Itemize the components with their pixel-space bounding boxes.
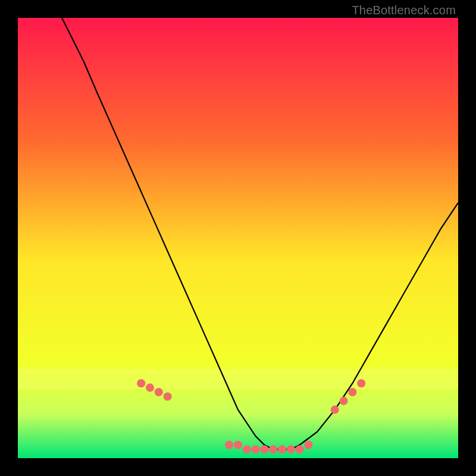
highlight-dot [225,441,233,449]
watermark-text: TheBottleneck.com [352,4,456,17]
highlight-dot [137,379,145,387]
chart-frame [18,18,458,458]
highlight-band [18,369,458,389]
highlight-dot [296,445,304,453]
highlight-dot [304,441,312,449]
highlight-dot [260,445,268,453]
highlight-dot [155,388,163,396]
highlight-dot [348,388,356,396]
highlight-dot [269,445,277,453]
highlight-dot [164,392,172,400]
highlight-dot [331,406,339,414]
highlight-dot [146,384,154,392]
highlight-dot [252,445,260,453]
highlight-dot [357,379,365,387]
highlight-dot [243,445,251,453]
bottleneck-chart [18,18,458,458]
highlight-dot [234,441,242,449]
gradient-background [18,18,458,458]
highlight-dot [278,445,286,453]
highlight-dot [287,445,295,453]
highlight-dot [340,397,348,405]
